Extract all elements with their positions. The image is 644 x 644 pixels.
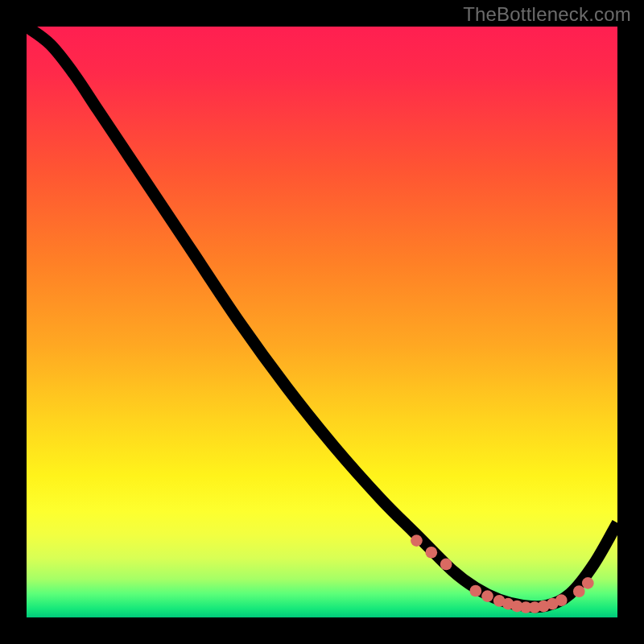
marker-dot: [582, 577, 594, 589]
marker-dot: [411, 535, 423, 547]
plot-area: [27, 27, 617, 617]
marker-dot: [470, 585, 482, 597]
curve-line: [27, 27, 617, 607]
marker-dots: [411, 535, 594, 613]
chart-svg: [27, 27, 617, 617]
chart-frame: TheBottleneck.com: [0, 0, 644, 644]
marker-dot: [481, 590, 493, 602]
marker-dot: [573, 585, 585, 597]
watermark-text: TheBottleneck.com: [463, 3, 631, 26]
marker-dot: [440, 559, 452, 571]
marker-dot: [425, 547, 437, 559]
marker-dot: [555, 594, 568, 606]
